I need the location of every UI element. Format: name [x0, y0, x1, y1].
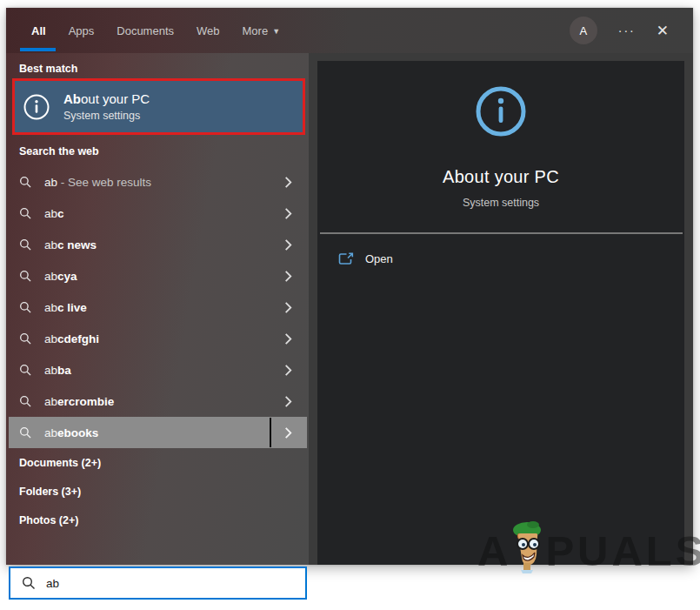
preview-area: About your PC System settings Open	[309, 53, 693, 565]
open-action[interactable]: Open	[338, 252, 393, 265]
suggestion-completion: ebooks	[57, 426, 98, 439]
tab-more-label: More	[243, 24, 269, 37]
suggestion-typed: ab	[44, 270, 57, 283]
active-tab-indicator	[20, 48, 56, 51]
watermark-letters-puals: PUALS	[545, 531, 700, 572]
best-match-header: Best match	[19, 63, 77, 75]
search-results-panel: Best match About your PC System settings…	[6, 53, 309, 565]
tab-all[interactable]: All	[31, 24, 46, 37]
chevron-right-icon[interactable]	[283, 395, 293, 408]
search-icon	[19, 364, 32, 377]
suggestion-typed: ab	[44, 364, 57, 377]
chevron-right-icon[interactable]	[283, 301, 293, 314]
web-suggestion-row[interactable]: abc live	[9, 292, 307, 323]
tab-web[interactable]: Web	[197, 24, 220, 37]
search-icon	[19, 238, 32, 251]
group-folders[interactable]: Folders (3+)	[6, 478, 309, 506]
preview-divider	[320, 232, 683, 234]
taskbar-search-box[interactable]	[9, 566, 307, 600]
suggestion-typed: ab	[44, 176, 57, 189]
search-input[interactable]	[46, 577, 305, 590]
web-suggestion-row[interactable]: abcya	[9, 260, 307, 292]
search-filter-tabbar: All Apps Documents Web More▼ A ··· ✕	[6, 8, 693, 53]
suggestion-completion: cya	[57, 270, 77, 283]
open-label: Open	[365, 252, 393, 265]
chevron-right-icon[interactable]	[283, 207, 293, 220]
search-icon	[19, 395, 32, 408]
watermark-letter-a: A	[477, 531, 511, 572]
group-photos[interactable]: Photos (2+)	[6, 506, 309, 534]
web-suggestion-row[interactable]: abc news	[9, 229, 307, 260]
search-the-web-header: Search the web	[19, 145, 99, 158]
suggestion-completion: c	[57, 207, 64, 220]
chevron-right-icon[interactable]	[283, 426, 293, 439]
chevron-right-icon[interactable]	[283, 176, 293, 189]
best-match-result[interactable]: About your PC System settings	[12, 78, 305, 135]
search-icon	[19, 426, 32, 439]
preview-title: About your PC	[443, 167, 559, 187]
preview-panel: About your PC System settings Open	[317, 61, 684, 565]
web-suggestion-row[interactable]: abcdefghi	[9, 323, 307, 354]
suggestion-typed: ab	[44, 238, 57, 251]
user-avatar[interactable]: A	[570, 17, 597, 44]
web-suggestion-row[interactable]: abercrombie	[9, 385, 307, 417]
preview-subtitle: System settings	[463, 197, 539, 209]
topbar-actions: A ··· ✕	[570, 17, 693, 44]
suggestion-completion: cdefghi	[57, 332, 99, 345]
search-icon	[19, 301, 32, 314]
best-match-title-rest: out your PC	[81, 91, 150, 106]
row-divider	[270, 418, 271, 447]
info-icon-large	[474, 84, 528, 138]
search-icon	[19, 176, 32, 189]
search-icon	[22, 576, 36, 590]
web-suggestion-row[interactable]: abc	[9, 198, 307, 229]
chevron-down-icon: ▼	[272, 27, 280, 36]
suggestion-completion: c live	[57, 301, 87, 314]
search-icon	[19, 270, 32, 283]
suggestion-typed: ab	[44, 207, 57, 220]
tab-documents[interactable]: Documents	[117, 24, 174, 37]
web-suggestion-row[interactable]: abba	[9, 354, 307, 385]
suggestion-completion: ba	[57, 364, 71, 377]
web-suggestion-row-highlighted[interactable]: abebooks	[9, 417, 307, 448]
web-suggestion-row[interactable]: ab - See web results	[9, 166, 307, 198]
more-options-icon[interactable]: ···	[618, 23, 636, 37]
chevron-right-icon[interactable]	[283, 364, 293, 377]
filter-tabs: All Apps Documents Web More▼	[6, 24, 280, 37]
suggestion-typed: ab	[44, 395, 57, 408]
best-match-text: About your PC System settings	[63, 91, 150, 122]
appuals-watermark: A PUALS	[477, 520, 700, 572]
appuals-mascot-icon	[512, 520, 543, 573]
chevron-right-icon[interactable]	[283, 238, 293, 251]
best-match-title: About your PC	[63, 91, 150, 106]
suggestion-lists: ab - See web results abc abc news abcya	[6, 166, 309, 534]
best-match-subtitle: System settings	[63, 110, 150, 122]
info-icon	[23, 93, 50, 121]
suggestion-typed: ab	[44, 332, 57, 345]
group-documents[interactable]: Documents (2+)	[6, 449, 309, 477]
search-icon	[19, 207, 32, 220]
tab-more[interactable]: More▼	[243, 24, 281, 37]
close-icon[interactable]: ✕	[657, 22, 669, 40]
search-icon	[19, 332, 32, 345]
windows-search-flyout: All Apps Documents Web More▼ A ··· ✕ Bes…	[0, 0, 700, 610]
open-external-icon	[338, 252, 354, 265]
suggestion-note: - See web results	[57, 176, 151, 189]
suggestion-typed: ab	[44, 301, 57, 314]
suggestion-completion: c news	[57, 238, 97, 251]
suggestion-typed: ab	[44, 426, 57, 439]
tab-apps[interactable]: Apps	[69, 24, 95, 37]
suggestion-completion: ercrombie	[57, 395, 114, 408]
chevron-right-icon[interactable]	[283, 270, 293, 283]
chevron-right-icon[interactable]	[283, 332, 293, 345]
best-match-title-typed: Ab	[63, 91, 81, 106]
